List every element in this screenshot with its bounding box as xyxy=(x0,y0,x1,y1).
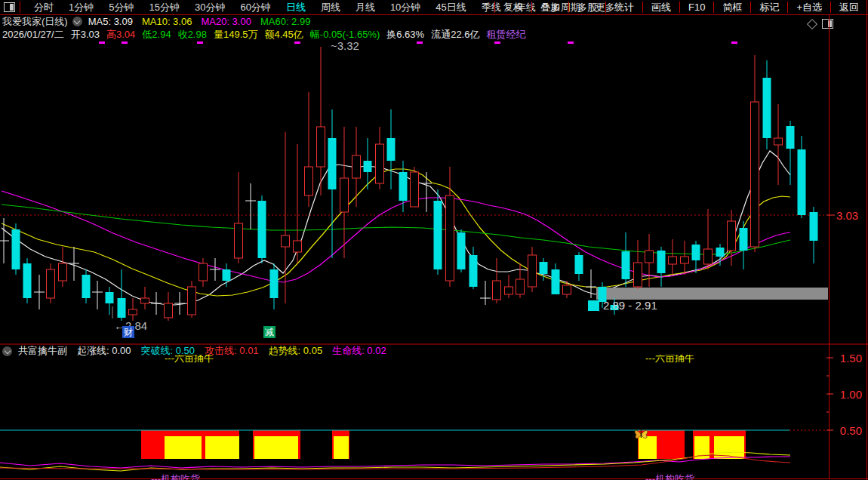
period-tab[interactable]: 1分钟 xyxy=(61,1,101,14)
ma-value: MA20: 3.00 xyxy=(201,16,251,27)
signal-label-bottom: ---机构吃货 xyxy=(151,472,200,480)
diamond-icon[interactable] xyxy=(807,18,817,29)
signal-label-bottom: ---机构吃货 xyxy=(645,472,694,480)
period-tab[interactable]: 月线 xyxy=(348,1,383,14)
quote-value: 2026/01/27/二 xyxy=(2,28,64,42)
toolbar-button[interactable]: 简框 xyxy=(713,2,750,13)
quote-value: 流通22.6亿 xyxy=(431,28,479,42)
signal-label-top: ---六亩捅牛 xyxy=(165,355,214,365)
candlestick-chart[interactable] xyxy=(0,0,868,480)
indicator-param: 生命线: 0.02 xyxy=(332,345,386,356)
signal-label-top: ---六亩捅牛 xyxy=(645,355,694,365)
sub-indicator-params: 起涨线: 0.00突破线: 0.50攻击线: 0.01趋势线: 0.05生命线:… xyxy=(77,344,396,358)
stock-title[interactable]: 我爱我家(日线) xyxy=(2,15,68,29)
collapse-icon[interactable] xyxy=(2,346,12,356)
period-tab[interactable]: 15分钟 xyxy=(141,1,186,14)
toolbar-button[interactable]: 统计 xyxy=(605,2,642,13)
quote-value: 量149.5万 xyxy=(214,28,258,42)
quote-value: 高3.04 xyxy=(106,28,135,42)
zone-label: 2.89 - 2.91 xyxy=(603,299,657,312)
toolbar-button[interactable]: 多股 xyxy=(568,2,605,13)
toolbar-button[interactable]: 复权 xyxy=(494,2,531,13)
toolbar-button[interactable]: F10 xyxy=(679,2,713,13)
quote-value: 低2.94 xyxy=(142,28,171,42)
period-tab[interactable]: 10分钟 xyxy=(383,1,428,14)
period-tab[interactable]: 周线 xyxy=(313,1,348,14)
ma-value: MA5: 3.09 xyxy=(88,16,133,27)
ma-legend: MA5: 3.09MA10: 3.06MA20: 3.00MA60: 2.99 xyxy=(88,16,320,27)
quote-value: 开3.03 xyxy=(71,28,100,42)
period-tab[interactable]: 30分钟 xyxy=(187,1,232,14)
quote-value: 收2.98 xyxy=(178,28,207,42)
fund-marker-cai: 财 xyxy=(122,326,134,338)
indicator-param: 趋势线: 0.05 xyxy=(269,345,323,356)
period-tab[interactable]: 分时 xyxy=(26,1,61,14)
chevron-down-icon[interactable] xyxy=(72,17,82,26)
sub-scale-150: 1.50 xyxy=(830,352,862,365)
butterfly-icon xyxy=(635,430,641,438)
ma-value: MA10: 3.06 xyxy=(142,16,192,27)
quote-value: 换6.63% xyxy=(386,28,424,42)
split-window-icon[interactable] xyxy=(822,19,833,29)
period-tab[interactable]: 日线 xyxy=(279,1,313,14)
prev-close-label: 3.03 xyxy=(836,209,858,222)
toolbar-divider xyxy=(20,2,20,13)
period-tab[interactable]: 5分钟 xyxy=(101,1,141,14)
sub-scale-100: 1.00 xyxy=(830,388,862,401)
toolbar-button[interactable]: +自选 xyxy=(787,2,830,13)
panel-toggle-icon[interactable] xyxy=(4,2,15,12)
toolbar: 分时1分钟5分钟15分钟30分钟60分钟日线周线月线10分钟45日线季线年线多周… xyxy=(0,0,868,15)
toolbar-actions: 复权叠加多股统计画线F10简框标记+自选返回 xyxy=(494,0,867,14)
toolbar-button[interactable]: 画线 xyxy=(642,2,679,13)
ma-value: MA60: 2.99 xyxy=(260,16,311,27)
title-row: 我爱我家(日线) MA5: 3.09MA10: 3.06MA20: 3.00MA… xyxy=(2,16,319,27)
quote-bar: 2026/01/27/二开3.03高3.04低2.94收2.98量149.5万额… xyxy=(2,29,532,40)
sub-scale-050: 0.50 xyxy=(830,424,862,437)
period-tab[interactable]: 60分钟 xyxy=(232,1,278,14)
quote-value: 额4.45亿 xyxy=(264,28,303,42)
quote-value: 租赁经纪 xyxy=(486,28,525,42)
toolbar-button[interactable]: 标记 xyxy=(750,2,787,13)
fund-marker-jian: 减 xyxy=(263,326,275,338)
high-annotation: ~3.32 xyxy=(331,39,359,52)
toolbar-button[interactable]: 叠加 xyxy=(531,2,568,13)
tdx-window: 分时1分钟5分钟15分钟30分钟60分钟日线周线月线10分钟45日线季线年线多周… xyxy=(0,0,868,480)
toolbar-button[interactable]: 返回 xyxy=(830,2,867,13)
indicator-param: 起涨线: 0.00 xyxy=(77,345,131,356)
sub-indicator-name[interactable]: 共富擒牛副 xyxy=(18,344,67,358)
period-tab[interactable]: 45日线 xyxy=(428,1,473,14)
